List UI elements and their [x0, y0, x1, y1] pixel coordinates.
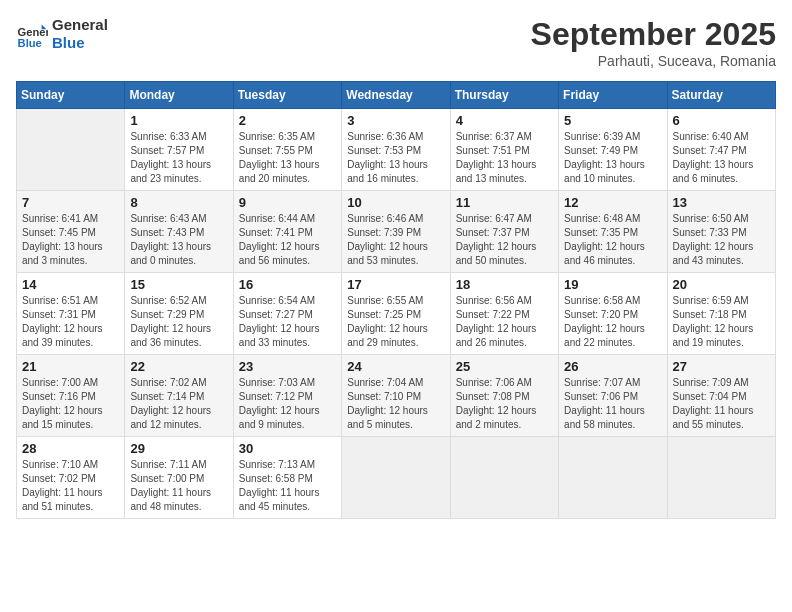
- day-number: 16: [239, 277, 336, 292]
- calendar-week-5: 28Sunrise: 7:10 AM Sunset: 7:02 PM Dayli…: [17, 437, 776, 519]
- day-info: Sunrise: 7:09 AM Sunset: 7:04 PM Dayligh…: [673, 376, 770, 432]
- weekday-friday: Friday: [559, 82, 667, 109]
- day-info: Sunrise: 6:46 AM Sunset: 7:39 PM Dayligh…: [347, 212, 444, 268]
- calendar-cell: 18Sunrise: 6:56 AM Sunset: 7:22 PM Dayli…: [450, 273, 558, 355]
- day-number: 11: [456, 195, 553, 210]
- weekday-header-row: SundayMondayTuesdayWednesdayThursdayFrid…: [17, 82, 776, 109]
- day-number: 17: [347, 277, 444, 292]
- day-number: 6: [673, 113, 770, 128]
- day-info: Sunrise: 6:55 AM Sunset: 7:25 PM Dayligh…: [347, 294, 444, 350]
- day-info: Sunrise: 6:41 AM Sunset: 7:45 PM Dayligh…: [22, 212, 119, 268]
- day-info: Sunrise: 7:11 AM Sunset: 7:00 PM Dayligh…: [130, 458, 227, 514]
- calendar-cell: 15Sunrise: 6:52 AM Sunset: 7:29 PM Dayli…: [125, 273, 233, 355]
- calendar-week-2: 7Sunrise: 6:41 AM Sunset: 7:45 PM Daylig…: [17, 191, 776, 273]
- day-number: 26: [564, 359, 661, 374]
- day-info: Sunrise: 6:47 AM Sunset: 7:37 PM Dayligh…: [456, 212, 553, 268]
- weekday-wednesday: Wednesday: [342, 82, 450, 109]
- calendar-cell: 7Sunrise: 6:41 AM Sunset: 7:45 PM Daylig…: [17, 191, 125, 273]
- day-info: Sunrise: 7:13 AM Sunset: 6:58 PM Dayligh…: [239, 458, 336, 514]
- day-info: Sunrise: 7:02 AM Sunset: 7:14 PM Dayligh…: [130, 376, 227, 432]
- page-header: General Blue General Blue September 2025…: [16, 16, 776, 69]
- calendar-cell: 11Sunrise: 6:47 AM Sunset: 7:37 PM Dayli…: [450, 191, 558, 273]
- day-number: 4: [456, 113, 553, 128]
- day-info: Sunrise: 6:44 AM Sunset: 7:41 PM Dayligh…: [239, 212, 336, 268]
- day-info: Sunrise: 7:00 AM Sunset: 7:16 PM Dayligh…: [22, 376, 119, 432]
- day-number: 12: [564, 195, 661, 210]
- day-info: Sunrise: 6:52 AM Sunset: 7:29 PM Dayligh…: [130, 294, 227, 350]
- calendar-cell: [667, 437, 775, 519]
- calendar-cell: 5Sunrise: 6:39 AM Sunset: 7:49 PM Daylig…: [559, 109, 667, 191]
- day-number: 22: [130, 359, 227, 374]
- day-number: 30: [239, 441, 336, 456]
- calendar-cell: 28Sunrise: 7:10 AM Sunset: 7:02 PM Dayli…: [17, 437, 125, 519]
- day-info: Sunrise: 6:58 AM Sunset: 7:20 PM Dayligh…: [564, 294, 661, 350]
- day-number: 3: [347, 113, 444, 128]
- calendar-table: SundayMondayTuesdayWednesdayThursdayFrid…: [16, 81, 776, 519]
- day-number: 14: [22, 277, 119, 292]
- day-info: Sunrise: 6:36 AM Sunset: 7:53 PM Dayligh…: [347, 130, 444, 186]
- calendar-cell: 25Sunrise: 7:06 AM Sunset: 7:08 PM Dayli…: [450, 355, 558, 437]
- day-info: Sunrise: 6:59 AM Sunset: 7:18 PM Dayligh…: [673, 294, 770, 350]
- calendar-cell: 21Sunrise: 7:00 AM Sunset: 7:16 PM Dayli…: [17, 355, 125, 437]
- weekday-thursday: Thursday: [450, 82, 558, 109]
- calendar-cell: 6Sunrise: 6:40 AM Sunset: 7:47 PM Daylig…: [667, 109, 775, 191]
- calendar-cell: [342, 437, 450, 519]
- day-info: Sunrise: 6:48 AM Sunset: 7:35 PM Dayligh…: [564, 212, 661, 268]
- day-info: Sunrise: 7:03 AM Sunset: 7:12 PM Dayligh…: [239, 376, 336, 432]
- logo-icon: General Blue: [16, 18, 48, 50]
- day-number: 25: [456, 359, 553, 374]
- calendar-week-1: 1Sunrise: 6:33 AM Sunset: 7:57 PM Daylig…: [17, 109, 776, 191]
- day-number: 8: [130, 195, 227, 210]
- calendar-cell: 12Sunrise: 6:48 AM Sunset: 7:35 PM Dayli…: [559, 191, 667, 273]
- day-number: 21: [22, 359, 119, 374]
- day-info: Sunrise: 6:37 AM Sunset: 7:51 PM Dayligh…: [456, 130, 553, 186]
- weekday-saturday: Saturday: [667, 82, 775, 109]
- day-number: 18: [456, 277, 553, 292]
- day-number: 10: [347, 195, 444, 210]
- calendar-cell: 29Sunrise: 7:11 AM Sunset: 7:00 PM Dayli…: [125, 437, 233, 519]
- calendar-cell: 17Sunrise: 6:55 AM Sunset: 7:25 PM Dayli…: [342, 273, 450, 355]
- calendar-cell: 26Sunrise: 7:07 AM Sunset: 7:06 PM Dayli…: [559, 355, 667, 437]
- svg-text:Blue: Blue: [18, 37, 42, 49]
- day-number: 28: [22, 441, 119, 456]
- calendar-cell: 8Sunrise: 6:43 AM Sunset: 7:43 PM Daylig…: [125, 191, 233, 273]
- location-subtitle: Parhauti, Suceava, Romania: [531, 53, 776, 69]
- title-block: September 2025 Parhauti, Suceava, Romani…: [531, 16, 776, 69]
- calendar-cell: 4Sunrise: 6:37 AM Sunset: 7:51 PM Daylig…: [450, 109, 558, 191]
- calendar-cell: 14Sunrise: 6:51 AM Sunset: 7:31 PM Dayli…: [17, 273, 125, 355]
- calendar-cell: 9Sunrise: 6:44 AM Sunset: 7:41 PM Daylig…: [233, 191, 341, 273]
- calendar-cell: 2Sunrise: 6:35 AM Sunset: 7:55 PM Daylig…: [233, 109, 341, 191]
- day-number: 20: [673, 277, 770, 292]
- day-number: 29: [130, 441, 227, 456]
- calendar-cell: [17, 109, 125, 191]
- day-number: 15: [130, 277, 227, 292]
- weekday-monday: Monday: [125, 82, 233, 109]
- weekday-sunday: Sunday: [17, 82, 125, 109]
- day-number: 27: [673, 359, 770, 374]
- day-info: Sunrise: 7:04 AM Sunset: 7:10 PM Dayligh…: [347, 376, 444, 432]
- day-number: 7: [22, 195, 119, 210]
- day-info: Sunrise: 6:33 AM Sunset: 7:57 PM Dayligh…: [130, 130, 227, 186]
- calendar-cell: 10Sunrise: 6:46 AM Sunset: 7:39 PM Dayli…: [342, 191, 450, 273]
- day-number: 9: [239, 195, 336, 210]
- month-title: September 2025: [531, 16, 776, 53]
- calendar-cell: 19Sunrise: 6:58 AM Sunset: 7:20 PM Dayli…: [559, 273, 667, 355]
- day-number: 2: [239, 113, 336, 128]
- day-number: 5: [564, 113, 661, 128]
- logo-blue: Blue: [52, 34, 108, 52]
- day-number: 1: [130, 113, 227, 128]
- weekday-tuesday: Tuesday: [233, 82, 341, 109]
- day-info: Sunrise: 6:54 AM Sunset: 7:27 PM Dayligh…: [239, 294, 336, 350]
- day-number: 19: [564, 277, 661, 292]
- day-info: Sunrise: 7:06 AM Sunset: 7:08 PM Dayligh…: [456, 376, 553, 432]
- calendar-cell: 27Sunrise: 7:09 AM Sunset: 7:04 PM Dayli…: [667, 355, 775, 437]
- calendar-cell: 3Sunrise: 6:36 AM Sunset: 7:53 PM Daylig…: [342, 109, 450, 191]
- day-info: Sunrise: 6:40 AM Sunset: 7:47 PM Dayligh…: [673, 130, 770, 186]
- calendar-cell: [450, 437, 558, 519]
- day-number: 24: [347, 359, 444, 374]
- calendar-body: 1Sunrise: 6:33 AM Sunset: 7:57 PM Daylig…: [17, 109, 776, 519]
- calendar-cell: 22Sunrise: 7:02 AM Sunset: 7:14 PM Dayli…: [125, 355, 233, 437]
- day-info: Sunrise: 6:35 AM Sunset: 7:55 PM Dayligh…: [239, 130, 336, 186]
- calendar-week-3: 14Sunrise: 6:51 AM Sunset: 7:31 PM Dayli…: [17, 273, 776, 355]
- day-info: Sunrise: 6:43 AM Sunset: 7:43 PM Dayligh…: [130, 212, 227, 268]
